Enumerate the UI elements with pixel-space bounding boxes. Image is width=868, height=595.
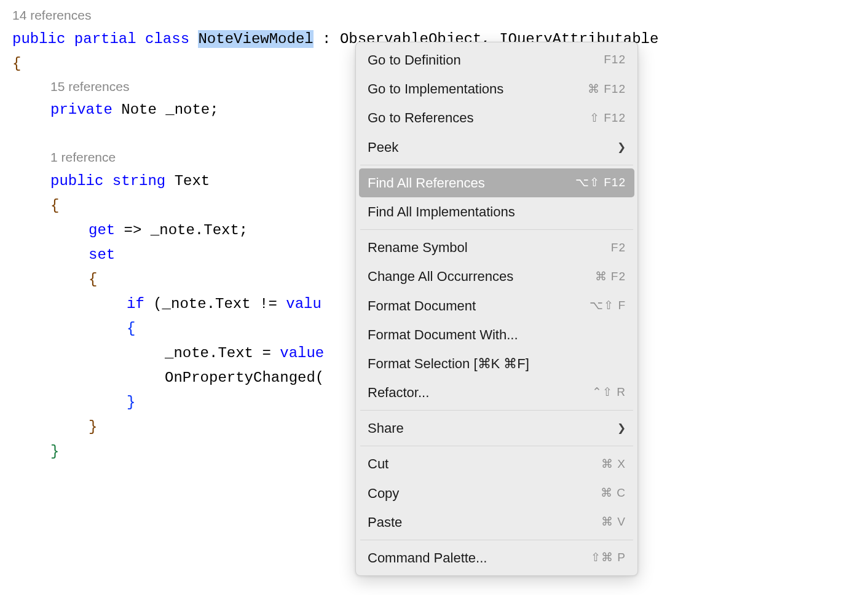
brace-blue: { xyxy=(127,320,135,337)
keyword-partial: partial xyxy=(65,31,136,47)
text-property-name: Text xyxy=(165,173,210,189)
menu-separator xyxy=(360,410,633,411)
keyword-value: valu xyxy=(286,296,322,312)
menu-cut[interactable]: Cut ⌘ X xyxy=(359,449,634,478)
menu-shortcut: ⌘ F12 xyxy=(588,80,626,98)
keyword-public: public xyxy=(50,173,103,189)
menu-label: Go to Implementations xyxy=(368,78,588,100)
menu-shortcut: ⌘ C xyxy=(601,484,626,502)
menu-shortcut: ⇧ F12 xyxy=(590,109,626,127)
chevron-right-icon: ❯ xyxy=(617,139,626,156)
menu-label: Share xyxy=(368,417,617,439)
menu-label: Paste xyxy=(368,511,601,533)
menu-separator xyxy=(360,540,633,540)
chevron-right-icon: ❯ xyxy=(617,420,626,436)
menu-label: Change All Occurrences xyxy=(368,266,595,287)
menu-label: Cut xyxy=(368,453,601,475)
menu-label: Format Document xyxy=(368,295,590,317)
menu-shortcut: ⌘ F2 xyxy=(595,267,626,286)
menu-label: Format Selection [⌘K ⌘F] xyxy=(368,353,626,374)
menu-label: Go to Definition xyxy=(368,49,604,71)
menu-command-palette[interactable]: Command Palette... ⇧⌘ P xyxy=(359,543,634,572)
menu-label: Copy xyxy=(368,483,601,504)
keyword-class: class xyxy=(136,31,189,47)
menu-label: Format Document With... xyxy=(368,324,626,345)
menu-separator xyxy=(360,165,633,165)
keyword-get: get xyxy=(89,222,115,238)
menu-separator xyxy=(360,229,633,230)
menu-label: Find All References xyxy=(368,172,575,194)
menu-shortcut: ⌘ V xyxy=(601,513,626,531)
menu-find-all-references[interactable]: Find All References ⌥⇧ F12 xyxy=(359,168,634,197)
brace-green-close: } xyxy=(50,443,59,460)
menu-shortcut: F12 xyxy=(604,50,626,69)
menu-format-selection[interactable]: Format Selection [⌘K ⌘F] xyxy=(359,349,634,378)
keyword-private: private xyxy=(50,101,112,118)
keyword-string: string xyxy=(103,173,165,189)
keyword-if: if xyxy=(127,296,144,312)
brace-brown: { xyxy=(50,197,59,214)
brace-open: { xyxy=(12,55,21,72)
menu-refactor[interactable]: Refactor... ⌃⇧ R xyxy=(359,378,634,407)
menu-label: Refactor... xyxy=(368,382,592,403)
menu-shortcut: ⇧⌘ P xyxy=(591,548,626,567)
menu-go-to-implementations[interactable]: Go to Implementations ⌘ F12 xyxy=(359,74,634,103)
menu-label: Find All Implementations xyxy=(368,201,626,223)
text-get-body: => _note.Text; xyxy=(115,222,248,238)
menu-shortcut: F2 xyxy=(611,238,626,257)
selected-classname[interactable]: NoteViewModel xyxy=(198,30,313,48)
menu-share[interactable]: Share ❯ xyxy=(359,414,634,443)
menu-shortcut: ⌃⇧ R xyxy=(592,383,626,401)
menu-find-all-implementations[interactable]: Find All Implementations xyxy=(359,197,634,226)
brace-blue-close: } xyxy=(127,394,135,411)
menu-format-document[interactable]: Format Document ⌥⇧ F xyxy=(359,291,634,320)
menu-rename-symbol[interactable]: Rename Symbol F2 xyxy=(359,233,634,262)
menu-format-document-with[interactable]: Format Document With... xyxy=(359,320,634,349)
keyword-set: set xyxy=(89,246,115,263)
menu-shortcut: ⌘ X xyxy=(601,455,626,473)
menu-label: Go to References xyxy=(368,107,590,128)
menu-go-to-definition[interactable]: Go to Definition F12 xyxy=(359,45,634,74)
text-field-decl: Note _note; xyxy=(112,101,219,118)
menu-shortcut: ⌥⇧ F12 xyxy=(575,173,626,192)
text-assign: _note.Text = xyxy=(165,345,280,361)
menu-change-all-occurrences[interactable]: Change All Occurrences ⌘ F2 xyxy=(359,262,634,291)
menu-peek[interactable]: Peek ❯ xyxy=(359,133,634,162)
menu-separator xyxy=(360,446,633,446)
menu-copy[interactable]: Copy ⌘ C xyxy=(359,479,634,508)
menu-label: Command Palette... xyxy=(368,547,591,569)
menu-shortcut: ⌥⇧ F xyxy=(590,296,626,315)
menu-go-to-references[interactable]: Go to References ⇧ F12 xyxy=(359,103,634,132)
keyword-value: value xyxy=(280,345,324,361)
brace-brown: { xyxy=(89,271,97,288)
menu-label: Rename Symbol xyxy=(368,237,611,258)
codelens-ref-14[interactable]: 14 references xyxy=(12,5,868,26)
text-space xyxy=(189,31,198,47)
text-if-cond: (_note.Text != xyxy=(144,296,286,312)
menu-label: Peek xyxy=(368,136,617,158)
brace-brown-close: } xyxy=(89,419,97,435)
keyword-public: public xyxy=(12,31,65,47)
text-method-call: OnPropertyChanged( xyxy=(165,369,324,386)
menu-paste[interactable]: Paste ⌘ V xyxy=(359,508,634,537)
context-menu[interactable]: Go to Definition F12 Go to Implementatio… xyxy=(355,42,638,576)
